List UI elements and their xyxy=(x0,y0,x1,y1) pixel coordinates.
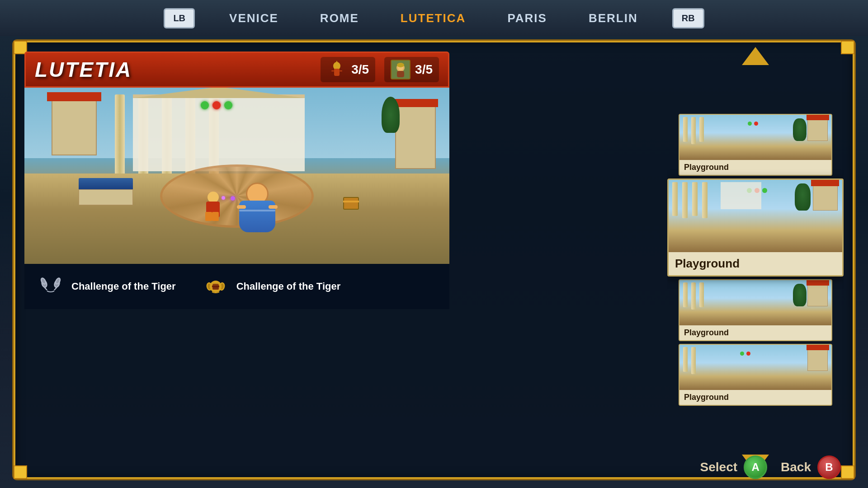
stage-thumbnail-2 xyxy=(669,180,842,252)
scene-balls xyxy=(201,101,232,109)
scene-building-right xyxy=(395,101,436,169)
rb-button[interactable]: RB xyxy=(672,8,704,28)
svg-point-10 xyxy=(397,63,404,67)
nav-rome[interactable]: ROME xyxy=(313,8,366,29)
left-panel: LUTETIA 3/5 xyxy=(24,52,449,468)
character-portrait-icon xyxy=(391,60,410,80)
svg-rect-4 xyxy=(331,70,334,71)
svg-marker-3 xyxy=(336,61,338,63)
back-label: Back xyxy=(781,460,811,474)
stage-label-1: Playground xyxy=(679,160,831,175)
stat-badge-soldier: 3/5 xyxy=(321,57,375,82)
scene-roof-left xyxy=(47,92,101,101)
challenge-silver: Challenge of the Tiger xyxy=(38,274,176,299)
stat-badge-character: 3/5 xyxy=(384,57,439,82)
level-header: LUTETIA 3/5 xyxy=(24,52,449,88)
challenge-section: Challenge of the Tiger xyxy=(24,264,449,309)
svg-rect-5 xyxy=(340,70,342,71)
scene-bg-1 xyxy=(679,115,831,160)
select-label: Select xyxy=(700,460,738,474)
nav-berlin[interactable]: BERLIN xyxy=(581,8,645,29)
scene-treasure-chest xyxy=(343,197,359,210)
select-a-button[interactable]: A xyxy=(744,455,767,479)
level-preview[interactable] xyxy=(24,88,449,264)
level-title: LUTETIA xyxy=(35,57,132,82)
main-frame: LUTETIA 3/5 xyxy=(14,41,854,479)
svg-rect-1 xyxy=(334,69,340,76)
silver-laurel-icon xyxy=(38,274,63,299)
stage-thumbnail-1 xyxy=(679,115,831,160)
scene-tree xyxy=(382,97,400,133)
scroll-up-arrow[interactable] xyxy=(742,47,769,65)
nav-venice[interactable]: VENICE xyxy=(222,8,286,29)
scene-bg-3 xyxy=(679,280,831,325)
scene-bg-4 xyxy=(679,345,831,390)
back-b-button[interactable]: B xyxy=(817,455,841,479)
svg-point-12 xyxy=(40,277,47,285)
scene-building-left xyxy=(52,97,97,155)
svg-rect-20 xyxy=(212,286,219,287)
svg-rect-19 xyxy=(212,287,219,290)
scene-character-asterix xyxy=(203,192,223,221)
bottom-bar: Select A Back B xyxy=(700,455,841,479)
stage-label-3: Playground xyxy=(679,325,831,340)
soldier-icon xyxy=(327,60,347,80)
stage-thumbnail-4 xyxy=(679,345,831,390)
lb-button[interactable]: LB xyxy=(164,8,195,28)
gold-fist-icon xyxy=(203,274,228,299)
svg-rect-8 xyxy=(397,71,404,77)
stage-list: Playground xyxy=(667,69,844,451)
stage-card-4[interactable]: Playground xyxy=(679,344,832,406)
scene-character-obelix xyxy=(237,183,278,232)
nav-paris[interactable]: PARIS xyxy=(500,8,554,29)
scene-roof-right xyxy=(393,99,438,107)
stat-soldier-count: 3/5 xyxy=(351,62,369,77)
level-stats: 3/5 3/5 xyxy=(321,57,439,82)
right-panel: Playground xyxy=(667,47,844,473)
back-button[interactable]: Back B xyxy=(781,455,841,479)
challenge-gold-text: Challenge of the Tiger xyxy=(236,281,341,292)
scene-bg-2 xyxy=(669,180,842,252)
top-navigation: LB VENICE ROME LUTETICA PARIS BERLIN RB xyxy=(0,0,868,36)
stage-card-3[interactable]: Playground xyxy=(679,279,832,341)
stat-character-count: 3/5 xyxy=(415,62,433,77)
select-button[interactable]: Select A xyxy=(700,455,768,479)
svg-point-14 xyxy=(55,277,61,285)
stage-thumbnail-3 xyxy=(679,280,831,325)
scene-market-stall xyxy=(79,178,133,205)
stage-card-2[interactable]: Playground xyxy=(667,178,844,277)
stage-label-2: Playground xyxy=(669,252,842,275)
challenge-silver-text: Challenge of the Tiger xyxy=(71,281,176,292)
stage-label-4: Playground xyxy=(679,390,831,405)
nav-lutetica[interactable]: LUTETICA xyxy=(393,8,473,29)
challenge-gold: Challenge of the Tiger xyxy=(203,274,341,299)
stage-card-1[interactable]: Playground xyxy=(679,114,832,176)
